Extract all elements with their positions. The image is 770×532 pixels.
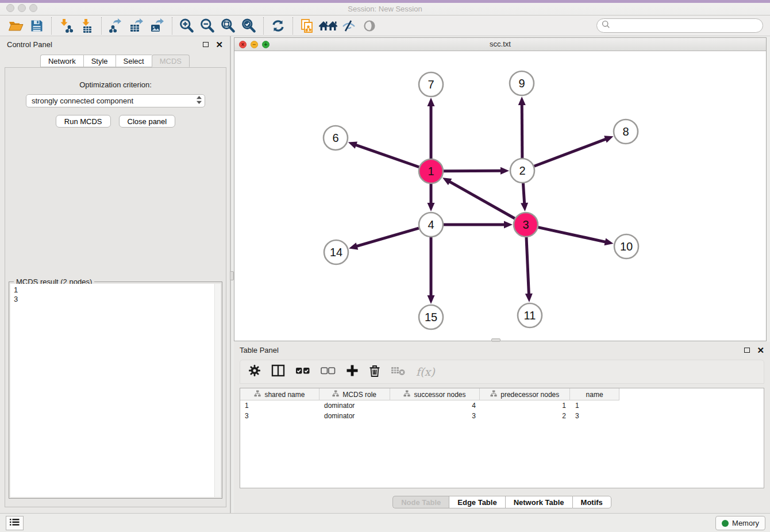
- zoom-out-icon[interactable]: [197, 17, 218, 34]
- tab-edge-table[interactable]: Edge Table: [449, 496, 505, 508]
- tab-select[interactable]: Select: [116, 55, 152, 67]
- network-maximize-button[interactable]: +: [262, 41, 270, 48]
- column-flatten-icon: [332, 390, 339, 399]
- column-header-predecessor-nodes[interactable]: predecessor nodes: [480, 388, 570, 400]
- panel-divider-grip[interactable]: [230, 271, 234, 280]
- zoom-in-icon[interactable]: [176, 17, 197, 34]
- table-row-1[interactable]: 1dominator411: [240, 402, 764, 411]
- graph-edge-4-3[interactable]: [444, 221, 513, 229]
- select-all-icon[interactable]: [295, 365, 310, 378]
- column-header-successor-nodes[interactable]: successor nodes: [390, 388, 480, 400]
- graph-edge-1-4[interactable]: [428, 184, 435, 211]
- svg-text:9: 9: [518, 77, 525, 90]
- graph-node-2[interactable]: 2: [510, 159, 534, 183]
- search-box[interactable]: [596, 18, 763, 33]
- import-network-icon[interactable]: [56, 17, 76, 34]
- mcds-result-text[interactable]: 1 3: [10, 284, 221, 497]
- export-image-icon[interactable]: [147, 17, 168, 34]
- network-canvas[interactable]: 7 9 6 8 1 2 4 3 14 10 15 11: [234, 51, 766, 341]
- gear-icon[interactable]: [248, 364, 261, 379]
- search-icon: [602, 20, 610, 31]
- tab-motifs[interactable]: Motifs: [572, 496, 611, 508]
- delete-row-icon[interactable]: [369, 364, 380, 380]
- graph-edge-1-2[interactable]: [444, 167, 509, 175]
- tab-network-table[interactable]: Network Table: [505, 496, 572, 508]
- save-session-icon[interactable]: [26, 17, 47, 34]
- network-minimize-button[interactable]: −: [251, 41, 258, 48]
- result-scrollbar[interactable]: [214, 284, 221, 497]
- graph-edge-2-8[interactable]: [534, 136, 614, 166]
- float-panel-icon[interactable]: [203, 42, 209, 47]
- graph-node-15[interactable]: 15: [419, 305, 443, 329]
- graph-edge-1-7[interactable]: [428, 98, 435, 159]
- graph-edge-3-10[interactable]: [538, 228, 613, 246]
- add-row-icon[interactable]: [346, 364, 359, 379]
- graph-node-9[interactable]: 9: [510, 71, 534, 95]
- graph-node-8[interactable]: 8: [614, 119, 638, 144]
- column-label: name: [586, 391, 603, 399]
- graph-node-14[interactable]: 14: [324, 240, 348, 264]
- network-close-button[interactable]: ×: [239, 41, 247, 48]
- cell-shared-name[interactable]: 1: [240, 402, 319, 411]
- table-row-2[interactable]: 3dominator323: [240, 412, 764, 421]
- optimization-criterion-select[interactable]: strongly connected component: [26, 94, 205, 107]
- hide-eye-icon[interactable]: [338, 17, 359, 34]
- svg-text:4: 4: [428, 218, 434, 231]
- zoom-selected-icon[interactable]: [238, 17, 259, 34]
- cell-name[interactable]: 3: [571, 412, 619, 421]
- refresh-icon[interactable]: [268, 17, 288, 34]
- run-mcds-button[interactable]: Run MCDS: [56, 115, 111, 128]
- show-eye-icon[interactable]: [359, 17, 380, 34]
- column-header-shared-name[interactable]: shared name: [240, 388, 319, 400]
- column-label: predecessor nodes: [500, 391, 559, 399]
- memory-button[interactable]: Memory: [715, 516, 765, 530]
- search-input[interactable]: [613, 21, 758, 30]
- network-view-window: × − + scc.txt 7 9 6: [234, 37, 767, 341]
- cell-predecessor-nodes[interactable]: 1: [480, 402, 571, 411]
- graph-node-3[interactable]: 3: [514, 213, 538, 237]
- graph-node-11[interactable]: 11: [518, 303, 542, 327]
- table-panel: Table Panel ✕ f(x) shared nameMCDS roles…: [234, 342, 770, 513]
- graph-edge-1-6[interactable]: [348, 141, 419, 167]
- graph-node-1[interactable]: 1: [419, 159, 443, 183]
- cell-MCDS-role[interactable]: dominator: [319, 402, 390, 411]
- task-history-button[interactable]: [6, 516, 24, 530]
- graph-edge-4-14[interactable]: [349, 228, 419, 249]
- tab-style[interactable]: Style: [83, 55, 116, 67]
- graph-node-10[interactable]: 10: [614, 234, 638, 259]
- deselect-all-icon[interactable]: [321, 365, 336, 378]
- column-header-name[interactable]: name: [570, 388, 619, 400]
- svg-text:2: 2: [519, 164, 525, 177]
- export-network-icon[interactable]: [106, 17, 126, 34]
- graph-edge-2-9[interactable]: [518, 97, 526, 158]
- graph-edge-4-15[interactable]: [428, 237, 435, 304]
- column-header-MCDS-role[interactable]: MCDS role: [319, 388, 390, 400]
- split-panel-icon[interactable]: [271, 364, 285, 379]
- houses-icon[interactable]: [318, 17, 338, 34]
- graph-node-6[interactable]: 6: [324, 126, 348, 150]
- graph-edge-2-3[interactable]: [521, 183, 528, 211]
- close-panel-icon[interactable]: ✕: [215, 40, 223, 49]
- close-panel-button[interactable]: Close panel: [119, 115, 176, 128]
- cell-successor-nodes[interactable]: 3: [390, 412, 480, 421]
- graph-node-4[interactable]: 4: [419, 213, 443, 237]
- cell-successor-nodes[interactable]: 4: [390, 402, 480, 411]
- function-icon: f(x): [416, 365, 435, 378]
- zoom-fit-icon[interactable]: [218, 17, 238, 34]
- graph-node-7[interactable]: 7: [419, 72, 443, 97]
- cell-MCDS-role[interactable]: dominator: [319, 412, 390, 421]
- cell-predecessor-nodes[interactable]: 2: [480, 412, 571, 421]
- import-table-icon[interactable]: [76, 17, 97, 34]
- tab-mcds[interactable]: MCDS: [152, 55, 190, 67]
- graph-edge-3-11[interactable]: [525, 237, 533, 302]
- tab-node-table[interactable]: Node Table: [392, 496, 449, 508]
- cell-name[interactable]: 1: [571, 402, 619, 411]
- export-table-icon[interactable]: [126, 17, 147, 34]
- open-file-icon[interactable]: [6, 17, 26, 34]
- table-float-panel-icon[interactable]: [744, 348, 750, 353]
- cell-shared-name[interactable]: 3: [240, 412, 319, 421]
- tab-network[interactable]: Network: [40, 55, 83, 67]
- graph-edge-3-1[interactable]: [442, 178, 515, 218]
- table-close-panel-icon[interactable]: ✕: [757, 346, 764, 354]
- clone-network-icon[interactable]: [297, 17, 318, 34]
